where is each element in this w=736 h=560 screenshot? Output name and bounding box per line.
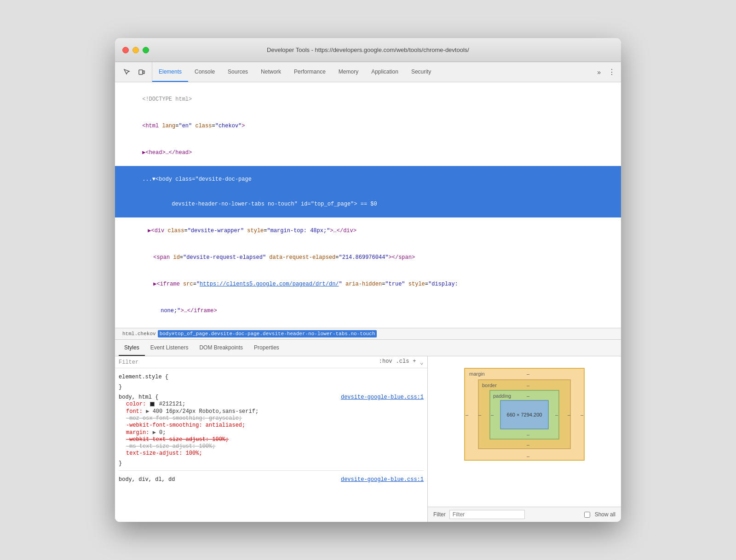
tab-sources[interactable]: Sources bbox=[221, 62, 254, 82]
tab-console[interactable]: Console bbox=[188, 62, 221, 82]
computed-filter-bar: Filter Show all bbox=[428, 507, 621, 522]
subtab-styles[interactable]: Styles bbox=[119, 340, 145, 356]
svg-text:660 × 7294.200: 660 × 7294.200 bbox=[507, 412, 542, 417]
css-rule-close-1: } bbox=[119, 384, 424, 390]
css-source-link[interactable]: devsite-google-blue.css:1 bbox=[341, 394, 424, 400]
css-prop-webkit-tsa: -webkit-text-size-adjust: 100%; bbox=[119, 436, 424, 443]
svg-text:–: – bbox=[478, 412, 482, 417]
breadcrumb-body[interactable]: body#top_of_page.devsite-doc-page.devsit… bbox=[158, 330, 377, 337]
filter-actions: :hov .cls + ⌄ bbox=[379, 358, 424, 366]
resize-handle-icon: ⌄ bbox=[420, 358, 424, 366]
svg-text:–: – bbox=[555, 412, 558, 417]
css-rule-bottom-partial: body, div, dl, dd devsite-google-blue.cs… bbox=[119, 470, 424, 483]
bottom-section: Styles Event Listeners DOM Breakpoints P… bbox=[115, 340, 621, 522]
svg-text:–: – bbox=[466, 412, 469, 417]
svg-text:–: – bbox=[491, 412, 494, 417]
dom-line-iframe[interactable]: ▶<iframe src="https://clients5.google.co… bbox=[115, 271, 621, 297]
devtools-window: Developer Tools - https://developers.goo… bbox=[115, 38, 621, 522]
device-toggle-icon[interactable] bbox=[135, 66, 148, 79]
css-rule-element-style: element.style { } bbox=[119, 374, 424, 390]
tab-security[interactable]: Security bbox=[405, 62, 437, 82]
dom-tree-panel: <!DOCTYPE html> <html lang="en" class="c… bbox=[115, 82, 621, 328]
css-source-link-2[interactable]: devsite-google-blue.css:1 bbox=[341, 476, 424, 483]
styles-filter-bar: Filter :hov .cls + ⌄ bbox=[115, 356, 427, 368]
tab-memory[interactable]: Memory bbox=[332, 62, 365, 82]
hov-button[interactable]: :hov bbox=[379, 358, 392, 366]
breadcrumb-html[interactable]: html.chekov bbox=[121, 330, 158, 337]
css-rules-panel: Filter :hov .cls + ⌄ element.style { } bbox=[115, 356, 428, 522]
main-tabs: Elements Console Sources Network Perform… bbox=[152, 62, 593, 82]
window-title: Developer Tools - https://developers.goo… bbox=[267, 46, 469, 53]
title-bar: Developer Tools - https://developers.goo… bbox=[115, 38, 621, 62]
dom-line-head[interactable]: ▶<head>…</head> bbox=[115, 139, 621, 166]
dom-line-body-start[interactable]: ...▼<body class="devsite-doc-page bbox=[115, 166, 621, 192]
show-all-container: Show all bbox=[584, 511, 615, 518]
show-all-checkbox[interactable] bbox=[584, 512, 590, 518]
svg-text:–: – bbox=[527, 442, 530, 447]
cls-button[interactable]: .cls bbox=[396, 358, 409, 366]
css-rule-close-2: } bbox=[119, 460, 424, 467]
svg-text:–: – bbox=[527, 432, 530, 437]
svg-text:–: – bbox=[527, 383, 530, 388]
more-tabs-button[interactable]: » bbox=[593, 62, 604, 82]
tab-application[interactable]: Application bbox=[365, 62, 405, 82]
show-all-label: Show all bbox=[595, 511, 615, 518]
minimize-button[interactable] bbox=[132, 47, 139, 53]
svg-text:padding: padding bbox=[493, 393, 511, 399]
maximize-button[interactable] bbox=[143, 47, 149, 53]
traffic-lights bbox=[122, 47, 149, 53]
dom-line-html[interactable]: <html lang="en" class="chekov"> bbox=[115, 113, 621, 139]
dom-line-body-attrs[interactable]: devsite-header-no-lower-tabs no-touch" i… bbox=[115, 192, 621, 217]
kebab-menu-button[interactable]: ⋮ bbox=[604, 62, 619, 82]
css-prop-webkit-font: -webkit-font-smoothing: antialiased; bbox=[119, 422, 424, 429]
css-selector-body-html: body, html { devsite-google-blue.css:1 bbox=[119, 394, 424, 400]
svg-text:margin: margin bbox=[469, 371, 485, 377]
css-prop-font: font: ▶ 400 16px/24px Roboto,sans-serif; bbox=[119, 408, 424, 415]
subtab-dom-breakpoints[interactable]: DOM Breakpoints bbox=[194, 340, 248, 356]
css-rule-body-html: body, html { devsite-google-blue.css:1 c… bbox=[119, 394, 424, 467]
subtab-event-listeners[interactable]: Event Listeners bbox=[145, 340, 194, 356]
tab-elements[interactable]: Elements bbox=[152, 62, 188, 82]
svg-text:–: – bbox=[568, 412, 571, 417]
css-prop-color: color: #212121; bbox=[119, 401, 424, 407]
dom-line-iframe-cont[interactable]: none;">…</iframe> bbox=[115, 297, 621, 324]
dom-line-doctype[interactable]: <!DOCTYPE html> bbox=[115, 86, 621, 113]
inspect-icon[interactable] bbox=[121, 66, 133, 79]
tab-network[interactable]: Network bbox=[254, 62, 288, 82]
css-prop-tsa: text-size-adjust: 100%; bbox=[119, 450, 424, 457]
computed-filter-input[interactable] bbox=[449, 510, 525, 519]
svg-rect-0 bbox=[139, 70, 143, 74]
box-model-diagram: margin – border – padding – 660 × 7294.2… bbox=[460, 364, 589, 465]
computed-filter-label: Filter bbox=[433, 511, 446, 518]
breadcrumb-bar: html.chekov body#top_of_page.devsite-doc… bbox=[115, 328, 621, 340]
dom-line-span[interactable]: <span id="devsite-request-elapsed" data-… bbox=[115, 244, 621, 271]
close-button[interactable] bbox=[122, 47, 129, 53]
add-rule-button[interactable]: + bbox=[413, 358, 416, 366]
filter-label: Filter bbox=[119, 359, 138, 366]
box-model-wrapper: margin – border – padding – 660 × 7294.2… bbox=[428, 356, 621, 472]
tab-performance[interactable]: Performance bbox=[288, 62, 332, 82]
svg-text:–: – bbox=[527, 371, 530, 377]
svg-text:border: border bbox=[482, 383, 497, 388]
svg-text:–: – bbox=[581, 412, 584, 417]
styles-panel: Filter :hov .cls + ⌄ element.style { } bbox=[115, 356, 621, 522]
toolbar-icons bbox=[117, 62, 152, 82]
css-prop-margin: margin: ▶ 0; bbox=[119, 429, 424, 436]
svg-text:–: – bbox=[527, 453, 530, 459]
color-swatch bbox=[150, 402, 155, 406]
subtabs: Styles Event Listeners DOM Breakpoints P… bbox=[115, 340, 621, 356]
css-prop-ms-tsa: -ms-text-size-adjust: 100%; bbox=[119, 443, 424, 450]
box-model-panel: margin – border – padding – 660 × 7294.2… bbox=[428, 356, 621, 522]
css-selector-element: element.style { bbox=[119, 374, 424, 380]
subtab-properties[interactable]: Properties bbox=[248, 340, 285, 356]
css-prop-moz-font: -moz-osx-font-smoothing: grayscale; bbox=[119, 415, 424, 422]
main-toolbar: Elements Console Sources Network Perform… bbox=[115, 62, 621, 82]
css-selector-bottom: body, div, dl, dd devsite-google-blue.cs… bbox=[119, 476, 424, 483]
svg-text:–: – bbox=[527, 393, 530, 399]
svg-rect-1 bbox=[143, 71, 144, 74]
css-rules-list: element.style { } body, html { devsite-g… bbox=[115, 368, 427, 485]
dom-line-wrapper[interactable]: ▶<div class="devsite-wrapper" style="mar… bbox=[115, 217, 621, 244]
